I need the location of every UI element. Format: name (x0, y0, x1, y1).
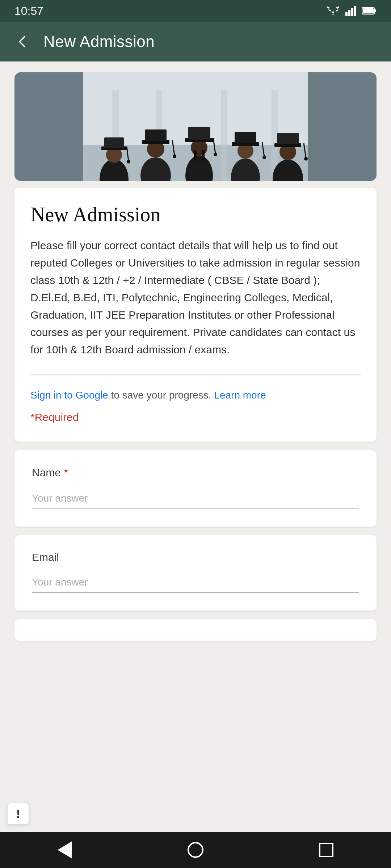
svg-rect-2 (351, 8, 353, 16)
svg-point-25 (173, 154, 176, 158)
card-body-text: Please fill your correct contact details… (30, 237, 361, 358)
svg-rect-3 (354, 6, 356, 16)
svg-rect-1 (348, 10, 350, 16)
name-input[interactable] (32, 490, 359, 509)
email-field-card: Email (14, 535, 377, 610)
app-bar: New Admission (0, 22, 391, 61)
learn-more-link[interactable]: Learn more (214, 390, 266, 401)
sign-in-row: Sign in to Google to save your progress.… (30, 386, 361, 404)
status-time: 10:57 (14, 4, 43, 18)
home-circle-icon (188, 842, 203, 858)
card-content: New Admission Please fill your correct c… (14, 188, 377, 374)
email-input[interactable] (32, 574, 359, 593)
nav-back-button[interactable] (58, 841, 72, 859)
sign-in-text: to save your progress. (108, 390, 214, 401)
svg-rect-37 (235, 132, 256, 143)
sign-in-google-link[interactable]: Sign in to Google (30, 390, 108, 401)
svg-rect-12 (221, 90, 227, 181)
svg-rect-29 (202, 150, 205, 161)
signal-icon (345, 6, 356, 16)
content-card: New Admission Please fill your correct c… (14, 188, 377, 442)
hero-image (14, 72, 377, 181)
nav-home-button[interactable] (188, 842, 203, 858)
svg-rect-6 (363, 8, 374, 13)
bottom-navigation (0, 832, 391, 868)
nav-recent-button[interactable] (319, 843, 333, 857)
svg-rect-23 (145, 129, 167, 141)
back-button[interactable] (14, 34, 30, 50)
status-bar: 10:57 (0, 0, 391, 22)
partial-card (14, 619, 377, 641)
wifi-icon (327, 6, 340, 16)
app-bar-title: New Admission (43, 33, 155, 51)
svg-rect-43 (277, 133, 299, 144)
name-field-label: Name * (32, 466, 359, 480)
status-icons (327, 6, 377, 16)
battery-icon (362, 7, 377, 15)
email-field-label: Email (32, 551, 359, 563)
recent-square-icon (319, 843, 333, 857)
svg-point-39 (262, 156, 266, 159)
name-required-star: * (64, 466, 68, 480)
svg-point-45 (304, 157, 308, 161)
feedback-icon: ! (16, 807, 20, 821)
name-field-card: Name * (14, 450, 377, 527)
card-title: New Admission (30, 203, 361, 227)
required-label: *Required (30, 408, 361, 427)
svg-rect-0 (345, 12, 348, 16)
graduation-illustration (14, 72, 377, 181)
svg-point-33 (214, 153, 217, 156)
back-triangle-icon (58, 841, 72, 859)
svg-rect-17 (104, 137, 124, 148)
svg-point-19 (127, 160, 130, 163)
feedback-button[interactable]: ! (7, 803, 29, 825)
svg-rect-31 (188, 127, 210, 140)
card-footer: Sign in to Google to save your progress.… (14, 375, 377, 441)
svg-rect-28 (194, 150, 197, 161)
svg-rect-5 (374, 9, 376, 12)
